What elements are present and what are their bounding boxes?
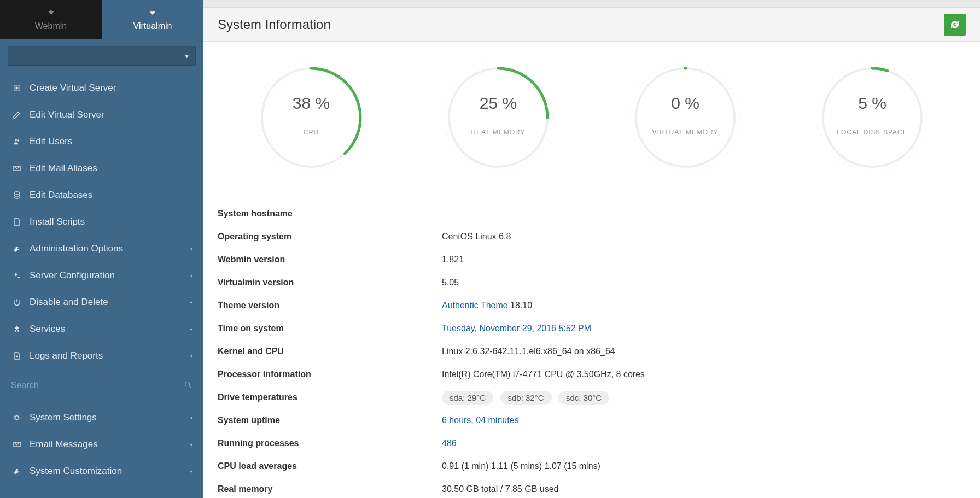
gauge-virtmem-value: 0 % (622, 94, 748, 113)
tab-webmin[interactable]: Webmin (0, 0, 102, 39)
gauge-local-disk-space: 5 % LOCAL DISK SPACE (779, 55, 966, 180)
envelope-icon (11, 440, 23, 449)
caret-left-icon: ◂ (190, 414, 192, 420)
nav-edit-databases[interactable]: Edit Databases (0, 181, 203, 208)
nav-create-virtual-server[interactable]: Create Virtual Server (0, 74, 203, 101)
svg-point-24 (823, 68, 921, 167)
svg-point-11 (185, 382, 190, 386)
caret-left-icon: ◂ (190, 468, 192, 474)
caret-left-icon: ◂ (190, 299, 192, 305)
row-uptime: System uptime 6 hours, 04 minutes (218, 409, 966, 432)
nav-edit-mail-aliases[interactable]: Edit Mail Aliases (0, 155, 203, 181)
sidebar-tabs: Webmin Virtualmin (0, 0, 203, 39)
row-kernel-cpu: Kernel and CPU Linux 2.6.32-642.11.1.el6… (218, 340, 966, 363)
theme-link[interactable]: Authentic Theme (442, 301, 508, 310)
users-icon (11, 137, 23, 146)
row-time-on-system: Time on system Tuesday, November 29, 201… (218, 317, 966, 340)
edit-icon (11, 110, 23, 119)
svg-point-21 (636, 68, 734, 167)
caret-left-icon: ◂ (190, 441, 192, 447)
gauge-real-memory: 25 % REAL MEMORY (405, 55, 592, 180)
search-icon[interactable] (184, 380, 192, 391)
nav-system-settings[interactable]: System Settings ◂ (0, 404, 203, 431)
domain-dropdown[interactable]: ▾ (8, 46, 196, 66)
webmin-icon (46, 9, 55, 19)
cogs-icon (11, 271, 23, 280)
gauges-row: 38 % CPU 25 % REAL MEMORY (218, 55, 966, 180)
gauge-virtual-memory: 0 % VIRTUAL MEMORY (592, 55, 779, 180)
svg-point-23 (818, 63, 927, 172)
row-os: Operating system CentOS Linux 6.8 (218, 225, 966, 248)
power-off-icon (11, 298, 23, 307)
gauge-cpu-dial (248, 55, 374, 180)
nav-email-messages[interactable]: Email Messages ◂ (0, 431, 203, 458)
wrench-icon (11, 244, 23, 253)
svg-point-14 (256, 63, 366, 172)
nav-services[interactable]: Services ◂ (0, 315, 203, 342)
page-title: System Information (218, 17, 331, 32)
nav-logs-and-reports[interactable]: Logs and Reports ◂ (0, 342, 203, 369)
gauge-cpu: 38 % CPU (218, 55, 405, 180)
processes-link[interactable]: 486 (442, 438, 457, 448)
row-processor-info: Processor information Intel(R) Core(TM) … (218, 363, 966, 386)
nav-administration-options[interactable]: Administration Options ◂ (0, 235, 203, 262)
refresh-button[interactable] (944, 14, 966, 36)
temp-badge-sdb: sdb: 32°C (500, 391, 552, 405)
temp-badge-sdc: sdc: 30°C (558, 391, 609, 405)
info-table: System hostname Operating system CentOS … (218, 202, 966, 498)
file-icon (11, 218, 23, 226)
row-load-averages: CPU load averages 0.91 (1 min) 1.11 (5 m… (218, 455, 966, 478)
document-icon (11, 351, 23, 360)
nav-install-scripts[interactable]: Install Scripts (0, 208, 203, 235)
tab-virtualmin-label: Virtualmin (133, 21, 172, 31)
nav-secondary: System Settings ◂ Email Messages ◂ Syste… (0, 399, 203, 484)
gauge-virtmem-dial (622, 55, 748, 180)
nav-edit-users[interactable]: Edit Users (0, 128, 203, 155)
plus-square-icon (11, 84, 23, 92)
svg-point-8 (18, 276, 20, 278)
sidebar: Webmin Virtualmin ▾ Create Virtual Serve… (0, 0, 203, 498)
chevron-down-icon: ▾ (185, 51, 189, 60)
nav-primary: Create Virtual Server Edit Virtual Serve… (0, 71, 203, 372)
search-input[interactable] (11, 380, 184, 390)
row-virtualmin-version: Virtualmin version 5.05 (218, 271, 966, 294)
caret-left-icon: ◂ (190, 245, 192, 251)
gauge-virtmem-label: VIRTUAL MEMORY (622, 128, 748, 136)
page-header: System Information (203, 8, 980, 42)
gauge-realmem-dial (435, 55, 561, 180)
svg-point-17 (444, 63, 553, 172)
content-area: 38 % CPU 25 % REAL MEMORY (203, 42, 980, 498)
tab-webmin-label: Webmin (35, 21, 67, 31)
caret-left-icon: ◂ (190, 326, 192, 332)
uptime-link[interactable]: 6 hours, 04 minutes (442, 415, 519, 425)
row-theme-version: Theme version Authentic Theme 18.10 (218, 294, 966, 317)
tab-virtualmin[interactable]: Virtualmin (102, 0, 203, 39)
gauge-disk-label: LOCAL DISK SPACE (809, 128, 935, 136)
svg-point-7 (15, 273, 17, 276)
nav-system-customization[interactable]: System Customization ◂ (0, 458, 203, 484)
gauge-realmem-value: 25 % (435, 94, 561, 113)
nav-server-configuration[interactable]: Server Configuration ◂ (0, 262, 203, 289)
row-drive-temps: Drive temperatures sda: 29°C sdb: 32°C s… (218, 386, 966, 409)
nav-disable-and-delete[interactable]: Disable and Delete ◂ (0, 289, 203, 315)
window-titlebar (203, 0, 980, 8)
nav-edit-virtual-server[interactable]: Edit Virtual Server (0, 101, 203, 128)
gauge-disk-value: 5 % (809, 94, 935, 113)
row-running-processes: Running processes 486 (218, 432, 966, 455)
refresh-icon (950, 20, 960, 30)
main-content: System Information 38 % CPU (203, 0, 980, 498)
gear-icon (11, 413, 23, 422)
caret-left-icon: ◂ (190, 272, 192, 278)
gauge-disk-dial (809, 55, 935, 180)
gauge-cpu-label: CPU (248, 128, 374, 136)
svg-point-6 (14, 192, 20, 194)
sidebar-search (0, 372, 203, 399)
time-link[interactable]: Tuesday, November 29, 2016 5:52 PM (442, 324, 591, 333)
mail-icon (11, 164, 23, 173)
database-icon (11, 191, 23, 200)
row-real-memory: Real memory 30.50 GB total / 7.85 GB use… (218, 478, 966, 498)
temp-badge-sda: sda: 29°C (442, 391, 493, 405)
gauge-cpu-value: 38 % (248, 94, 374, 113)
puzzle-icon (11, 325, 23, 333)
wrench-icon (11, 467, 23, 476)
